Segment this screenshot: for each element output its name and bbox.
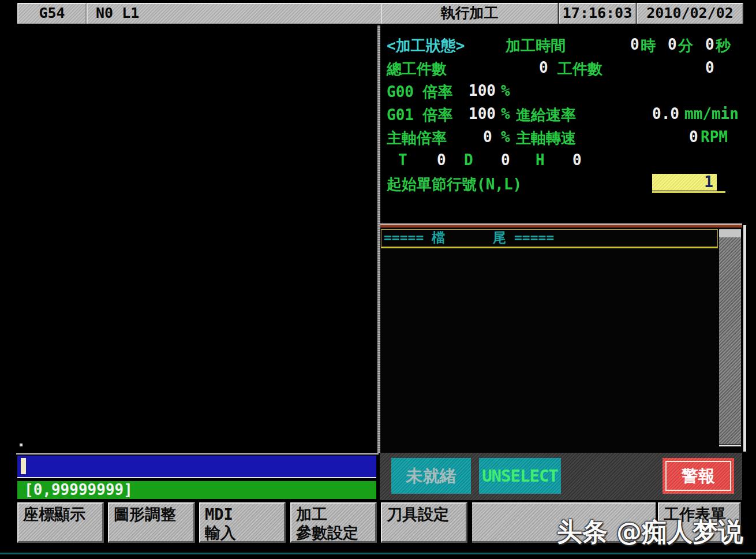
g01-value: 100 (469, 105, 496, 122)
program-current-line: ===== 檔 尾 ===== (381, 229, 718, 248)
window-right-edge (743, 225, 746, 452)
hours-unit: 時 (641, 36, 656, 56)
clock-date: 2010/02/02 (637, 3, 743, 24)
program-view-top-border (380, 225, 742, 228)
text-cursor (21, 458, 26, 474)
d-label: D (464, 151, 473, 169)
seconds-unit: 秒 (716, 36, 731, 56)
softkey-machining-params[interactable]: 加工 參數設定 (290, 502, 377, 543)
input-separator (16, 453, 379, 454)
start-block-underline (652, 191, 725, 193)
program-scrollbar-end (719, 445, 741, 446)
alarm-indicator-label: 警報 (665, 461, 731, 491)
command-input[interactable] (17, 456, 376, 478)
total-parts-label: 總工件數 (387, 59, 447, 79)
softkey-graphic-adjust[interactable]: 圖形調整 (108, 502, 195, 543)
watermark: 头条 @痴人梦说 (557, 515, 743, 549)
g00-label: G00 倍率 (387, 82, 453, 102)
h-label: H (536, 151, 545, 169)
spindle-speed-unit: RPM (701, 128, 728, 146)
input-range-hint: [0,99999999] (17, 481, 376, 499)
feed-rate-unit: mm/min (684, 105, 739, 122)
spindle-speed-value: 0 (689, 128, 698, 146)
feed-rate-value: 0.0 (652, 105, 679, 122)
program-scrollbar[interactable] (719, 229, 741, 444)
softkey-label: 刀具設定 (387, 505, 461, 524)
softkey-label: MDI (205, 505, 279, 524)
softkey-label: 圖形調整 (114, 505, 189, 524)
wcs-indicator: G54 (17, 3, 87, 24)
t-label: T (398, 151, 407, 169)
parts-label: 工件數 (557, 59, 602, 79)
program-scrollbar-thumb[interactable] (719, 229, 741, 237)
page-title: 執行加工 (381, 3, 558, 24)
not-ready-indicator: 未就緒 (391, 458, 471, 494)
start-block-input[interactable]: 1 (652, 174, 717, 191)
softkey-label2: 輸入 (205, 524, 279, 542)
graphics-panel (16, 25, 377, 453)
start-block-label: 起始單節行號(N,L) (387, 174, 522, 195)
parts-value: 0 (705, 59, 714, 76)
softkey-label: 加工 (296, 505, 370, 524)
unselect-indicator: UNSELECT (479, 458, 561, 494)
minutes-value: 0 (668, 36, 677, 53)
status-row-parts: 總工件數 0 工件數 0 (382, 59, 742, 79)
seconds-value: 0 (705, 36, 714, 53)
spindle-override-unit: % (501, 128, 510, 146)
h-value: 0 (572, 151, 582, 169)
g00-value: 100 (469, 82, 496, 99)
softkey-tool-setting[interactable]: 刀具設定 (381, 502, 467, 543)
spindle-override-label: 主軸倍率 (387, 128, 447, 148)
total-parts-value: 0 (539, 59, 548, 76)
spindle-speed-label: 主軸轉速 (516, 128, 576, 148)
clock-time: 17:16:03 (559, 3, 636, 24)
program-view[interactable]: ===== 檔 尾 ===== (380, 223, 742, 453)
machining-time-label: 加工時間 (506, 36, 566, 56)
status-row-spindle: 主軸倍率 0 % 主軸轉速 0 RPM (382, 128, 742, 148)
cnc-controller-screen: G54 N0 L1 執行加工 17:16:03 2010/02/02 <加工狀態… (0, 0, 756, 559)
d-value: 0 (501, 151, 510, 169)
machine-status-strip: 未就緒 UNSELECT 警報 (380, 453, 742, 500)
softkey-coordinate-display[interactable]: 座標顯示 (17, 502, 104, 543)
softkey-mdi-input[interactable]: MDI 輸入 (199, 502, 286, 543)
status-row-time: <加工狀態> 加工時間 0 時 0 分 0 秒 (382, 36, 742, 55)
softkey-label2: 參數設定 (296, 524, 370, 542)
status-row-g00: G00 倍率 100 % (382, 82, 742, 102)
minutes-unit: 分 (678, 36, 693, 56)
t-value: 0 (437, 151, 446, 169)
alarm-indicator: 警報 (663, 458, 734, 494)
g00-unit: % (501, 82, 510, 99)
status-title: <加工狀態> (387, 36, 465, 56)
graphics-origin-dot (20, 444, 23, 446)
g01-unit: % (501, 105, 510, 122)
block-indicator: N0 L1 (87, 3, 387, 24)
hours-value: 0 (630, 36, 639, 53)
softkey-label: 座標顯示 (23, 505, 98, 524)
status-row-tdh: T 0 D 0 H 0 (382, 151, 742, 171)
spindle-override-value: 0 (483, 128, 492, 146)
bottom-edge-line (0, 553, 756, 554)
g01-label: G01 倍率 (387, 105, 453, 125)
feed-rate-label: 進給速率 (516, 105, 576, 125)
status-row-g01: G01 倍率 100 % 進給速率 0.0 mm/min (382, 105, 742, 125)
